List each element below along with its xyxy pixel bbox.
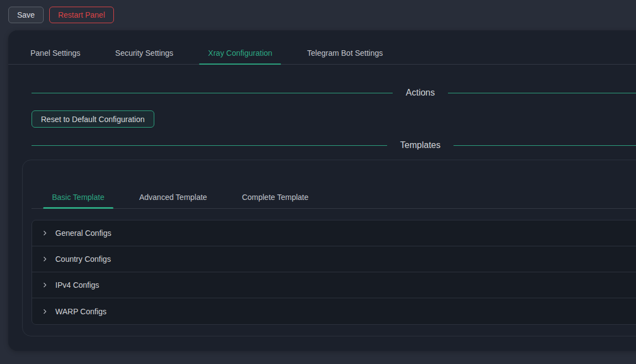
templates-card: Basic Template Advanced Template Complet… — [22, 160, 636, 336]
chevron-right-icon — [41, 256, 48, 262]
config-collapse-list: General Configs Country Configs IPv4 Con… — [32, 220, 636, 325]
collapse-item-country-configs[interactable]: Country Configs — [32, 246, 636, 272]
settings-tabs: Panel Settings Security Settings Xray Co… — [8, 30, 636, 65]
tab-basic-template[interactable]: Basic Template — [43, 186, 113, 208]
collapse-item-label: IPv4 Configs — [55, 281, 99, 289]
tab-advanced-template[interactable]: Advanced Template — [131, 186, 216, 208]
divider-line — [32, 93, 393, 93]
actions-divider: Actions — [32, 88, 636, 98]
collapse-item-warp-configs[interactable]: WARP Configs — [32, 298, 636, 324]
save-button[interactable]: Save — [8, 7, 44, 23]
collapse-item-general-configs[interactable]: General Configs — [32, 220, 636, 246]
reset-default-configuration-button[interactable]: Reset to Default Configuration — [32, 110, 154, 128]
collapse-item-label: Country Configs — [55, 255, 111, 263]
tab-xray-configuration[interactable]: Xray Configuration — [199, 37, 281, 64]
tab-panel-settings[interactable]: Panel Settings — [22, 37, 89, 64]
settings-card: Panel Settings Security Settings Xray Co… — [8, 30, 636, 351]
tab-security-settings[interactable]: Security Settings — [106, 37, 182, 64]
actions-divider-title: Actions — [393, 88, 448, 98]
page: Save Restart Panel Panel Settings Securi… — [0, 0, 636, 364]
divider-line — [32, 145, 387, 146]
templates-divider-title: Templates — [387, 140, 454, 150]
tab-telegram-bot-settings[interactable]: Telegram Bot Settings — [298, 37, 392, 64]
chevron-right-icon — [41, 282, 48, 288]
tab-content: Actions Reset to Default Configuration T… — [8, 88, 636, 336]
tab-complete-template[interactable]: Complete Template — [233, 186, 317, 208]
collapse-item-label: WARP Configs — [55, 307, 107, 316]
divider-line — [453, 145, 636, 146]
chevron-right-icon — [41, 308, 48, 315]
topbar: Save Restart Panel — [8, 7, 114, 23]
templates-divider: Templates — [32, 140, 636, 150]
restart-panel-button[interactable]: Restart Panel — [49, 7, 114, 23]
collapse-item-ipv4-configs[interactable]: IPv4 Configs — [32, 272, 636, 298]
template-tabs: Basic Template Advanced Template Complet… — [32, 186, 636, 209]
divider-line — [448, 93, 636, 93]
collapse-item-label: General Configs — [55, 229, 111, 238]
chevron-right-icon — [41, 230, 48, 236]
